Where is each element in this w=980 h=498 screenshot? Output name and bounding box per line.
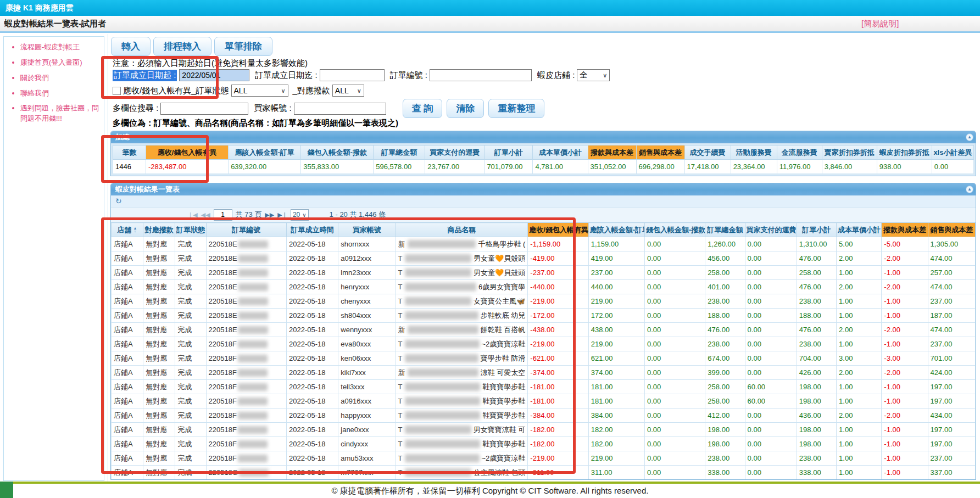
amount-value: -182.00 — [530, 440, 554, 448]
collapse-up-icon[interactable]: ▲ — [966, 186, 973, 193]
summary-value: 11,976.00 — [779, 163, 811, 171]
multi-search-input[interactable] — [160, 103, 248, 115]
table-row[interactable]: 店鋪A無對應完成220518G2022-05-18m7707xxxT公主風涼鞋 … — [112, 466, 976, 480]
results-column-header[interactable]: 訂單小計 — [797, 223, 836, 237]
payout-select[interactable]: ALL ∨ — [332, 85, 364, 97]
cell-order-no: 220518F — [206, 451, 286, 466]
results-column-header[interactable]: 銷售與成本差 — [928, 223, 975, 237]
product-name-wrap: 新涼鞋 可愛太空 — [398, 368, 526, 378]
main-content: 轉入排程轉入單筆排除 注意：必須輸入日期起始日(避免資料量太多影響效能) 訂單成… — [108, 34, 980, 482]
results-column-header[interactable]: 訂單總金額 — [705, 223, 745, 237]
cell-buyer-account: a0923xxx — [338, 480, 396, 480]
chevron-down-icon: ∨ — [281, 87, 285, 94]
table-row[interactable]: 店鋪A無對應完成220518E2022-05-18sh804xxxT步鞋軟底 幼… — [112, 309, 976, 323]
first-page-icon[interactable]: ❘◀ — [188, 211, 198, 219]
sidebar-link[interactable]: 流程圖-蝦皮對帳王 — [20, 42, 104, 53]
table-row[interactable]: 店鋪A無對應完成220518E2022-05-18chenyxxxT女寶寶公主風… — [112, 294, 976, 309]
table-row[interactable]: 店鋪A無對應完成220518E2022-05-18shornxxx新千格鳥學步鞋… — [112, 237, 976, 251]
results-column-header[interactable]: 應收/錢包入帳有異 — [528, 223, 588, 237]
cell-order-date: 2022-05-18 — [286, 280, 338, 294]
product-name-prefix: T — [398, 397, 403, 405]
reload-grid-icon[interactable]: ↻ — [115, 197, 122, 205]
results-column-header[interactable]: 應該入帳金額-訂單 — [588, 223, 644, 237]
last-page-icon[interactable]: ▶❘ — [277, 211, 287, 219]
refresh-button[interactable]: 重新整理 — [488, 99, 544, 118]
cell-amount: 311.00 — [588, 466, 644, 480]
amount-value: -1.00 — [884, 340, 900, 348]
pager-bar: ❘◀ ◀◀ 共 73 頁 ▶▶ ▶❘ 20 ∨ 1 - 20 共 1,446 條 — [111, 208, 976, 222]
page-number-input[interactable] — [214, 209, 232, 221]
copyright-text: © 康捷電腦著作權所有，並保留一切權利 Copyright © CIT Soft… — [332, 486, 649, 495]
results-column-header[interactable]: 錢包入帳金額-撥款 — [645, 223, 705, 237]
table-row[interactable]: 店鋪A無對應完成220518E2022-05-18lmn23xxxT男女童🧡貝殼… — [112, 266, 976, 280]
table-row[interactable]: 店鋪A無對應完成220518F2022-05-18amu53xxxT~2歲寶寶涼… — [112, 451, 976, 466]
product-name-prefix: T — [398, 454, 403, 462]
table-row[interactable]: 店鋪A無對應完成220518E2022-05-18henryxxxT6歲男女寶寶… — [112, 280, 976, 294]
table-row[interactable]: 店鋪A無對應完成220518F2022-05-18cindyxxxT鞋寶寶學步鞋… — [112, 437, 976, 451]
table-row[interactable]: 店鋪A無對應完成220518F2022-05-18ken06xxxT寶學步鞋 防… — [112, 351, 976, 366]
query-button[interactable]: 查 詢 — [403, 99, 443, 118]
product-name-prefix: 新 — [398, 368, 405, 378]
blurred-product-name — [405, 254, 472, 262]
toolbar-button[interactable]: 轉入 — [111, 37, 151, 56]
cell-order-no: 220518E — [206, 309, 286, 323]
table-row[interactable]: 店鋪A無對應完成220518G2022-05-18a0923xxxTW台灣現貨💕… — [112, 480, 976, 480]
amount-value: 0.00 — [748, 368, 761, 377]
next-page-icon[interactable]: ▶▶ — [265, 211, 274, 219]
cell-order-no: 220518G — [206, 466, 286, 480]
sidebar-link[interactable]: 康捷首頁(登入畫面) — [20, 58, 104, 68]
results-column-header[interactable]: 買家支付的運費 — [745, 223, 797, 237]
order-status-select[interactable]: ALL ∨ — [231, 85, 288, 97]
cell-amount: -1.00 — [882, 451, 928, 466]
cell-amount: 440.00 — [588, 280, 644, 294]
date-from-input[interactable] — [179, 69, 249, 81]
table-row[interactable]: 店鋪A無對應完成220518F2022-05-18tell3xxxT鞋寶寶學步鞋… — [112, 380, 976, 394]
toolbar-button[interactable]: 排程轉入 — [153, 37, 211, 56]
table-row[interactable]: 店鋪A無對應完成220518E2022-05-18a0912xxxT男女童🧡貝殼… — [112, 251, 976, 266]
summary-value-cell: 3,846.00 — [822, 160, 877, 174]
results-column-header[interactable]: 商品名稱 — [396, 223, 528, 237]
sidebar-link[interactable]: 遇到問題，臉書社團，問問題不用錢!!! — [20, 103, 104, 124]
amount-value: 0.00 — [647, 454, 661, 462]
results-column-header[interactable]: 撥款與成本差 — [882, 223, 928, 237]
prev-page-icon[interactable]: ◀◀ — [201, 211, 210, 219]
table-row[interactable]: 店鋪A無對應完成220518F2022-05-18kiki7xxx新涼鞋 可愛太… — [112, 366, 976, 380]
cell-status: 完成 — [175, 437, 206, 451]
results-column-header[interactable]: 訂單成立時間 — [286, 223, 338, 237]
page-size-select[interactable]: 20 ∨ — [291, 209, 309, 221]
cell-product-name: T寶學步鞋 防滑 — [396, 351, 528, 366]
collapse-up-icon[interactable]: ▲ — [966, 133, 973, 141]
results-column-header[interactable]: 訂單狀態 — [175, 223, 206, 237]
results-column-header[interactable]: 店舖▲▼ — [112, 223, 143, 237]
shop-select[interactable]: 全 ∨ — [577, 69, 610, 81]
table-row[interactable]: 店鋪A無對應完成220518F2022-05-18a0916xxxT鞋寶寶學步鞋… — [112, 394, 976, 409]
diff-checkbox[interactable] — [113, 87, 121, 95]
cell-amount: 237.00 — [928, 451, 975, 466]
filter-row-dates: 訂單成立日期起 : 訂單成立日期迄 : 訂單編號 : 蝦皮店鋪 : 全 ∨ — [113, 69, 614, 81]
blurred-product-name — [405, 354, 478, 362]
help-link[interactable]: [簡易說明] — [861, 19, 899, 29]
results-column-header[interactable]: 買家帳號 — [338, 223, 396, 237]
results-column-header[interactable]: 對應撥款 — [143, 223, 175, 237]
table-row[interactable]: 店鋪A無對應完成220518F2022-05-18eva80xxxT~2歲寶寶涼… — [112, 337, 976, 351]
results-column-header[interactable]: 訂單編號 — [206, 223, 286, 237]
amount-value: 338.00 — [708, 468, 730, 477]
amount-value: -1,159.00 — [530, 240, 560, 248]
order-no-input[interactable] — [430, 69, 532, 81]
sidebar-link[interactable]: 聯絡我們 — [20, 88, 104, 99]
cell-amount: 2.00 — [837, 409, 882, 423]
results-column-header[interactable]: 成本單價小計 — [837, 223, 882, 237]
sidebar-link[interactable]: 關於我們 — [20, 73, 104, 83]
table-row[interactable]: 店鋪A無對應完成220518E2022-05-18wennyxxx新餅乾鞋 百搭… — [112, 323, 976, 337]
date-to-input[interactable] — [320, 69, 385, 81]
toolbar-button[interactable]: 單筆排除 — [214, 37, 272, 56]
product-name-tail: 鞋寶寶學步鞋 — [482, 396, 525, 406]
clear-button[interactable]: 清除 — [447, 99, 484, 118]
cell-status: 完成 — [175, 266, 206, 280]
cell-product-name: T~2歲寶寶涼鞋 — [396, 451, 528, 466]
cell-amount: 476.00 — [797, 251, 836, 266]
buyer-input[interactable] — [294, 103, 386, 115]
table-row[interactable]: 店鋪A無對應完成220518F2022-05-18jane0xxxT男女寶寶涼鞋… — [112, 423, 976, 437]
table-row[interactable]: 店鋪A無對應完成220518F2022-05-18happyxxxT鞋寶寶學步鞋… — [112, 409, 976, 423]
cell-product-name: T男女寶寶涼鞋 可 — [396, 423, 528, 437]
